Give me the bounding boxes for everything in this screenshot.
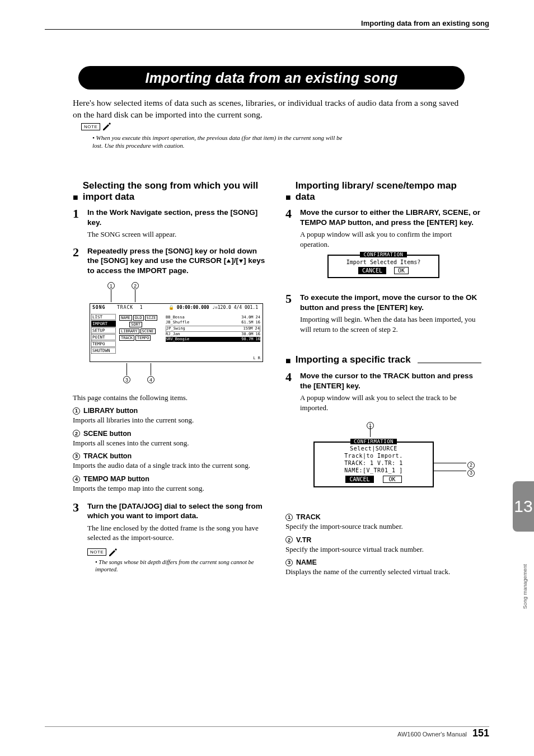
pencil-icon [102,123,111,130]
callout-c3: 3 [467,469,475,477]
subhead-text: Importing library/ scene/tempo map data [296,180,475,202]
subhead-selecting-song: ■ Selecting the song from which you will… [73,180,269,202]
right-column: ■ Importing library/ scene/tempo map dat… [285,180,481,577]
confirm2-line2: Track|to Import. [316,453,432,459]
cursor-up-icon [226,256,231,265]
item2-body-track: Specify the import-source track number. [285,522,481,532]
step-3-body: The line enclosed by the dotted frame is… [87,523,269,543]
shot-tab-tempo: TEMPO [91,341,116,347]
footer: AW1600 Owner's Manual 151 [45,727,489,739]
shot-tab-list: LIST [91,314,116,320]
callout-4: 4 [147,376,154,383]
shot-btn-tempo: TEMPO [135,335,151,341]
cancel-button[interactable]: CANCEL [358,267,386,274]
square-bullet-icon: ■ [285,356,291,365]
step-2-text-b: ]/[ [231,256,238,265]
shot-tab-point: POINT [91,334,116,340]
shot-tab-import: IMPORT [91,321,116,327]
left-column: ■ Selecting the song from which you will… [73,180,269,574]
item-num-3: 3 [73,453,80,460]
confirm2-line3: TRACK: 1 V.TR: 1 [316,460,432,466]
note-text: • When you execute this import operation… [92,134,350,150]
callout-bottom: 3 4 [123,363,263,383]
chapter-number: 13 [514,497,532,516]
shot-btn-library: LIBRARY [119,328,139,334]
item-body-tempo: Imports the tempo map into the current s… [73,483,269,494]
chapter-side-tab: 13 [513,481,534,532]
step-2-bold: Repeatedly press the [SONG] key or hold … [87,246,269,276]
item2-name: 3NAME Displays the name of the currently… [285,558,481,577]
note-text-2: • The songs whose bit depth differs from… [95,558,257,574]
item2-num-3: 3 [285,559,293,566]
cancel-button[interactable]: CANCEL [345,476,373,483]
confirm2-line1: Select|SOURCE [316,445,432,452]
lock-icon: 🔒 00:00:00.000 [168,305,209,310]
screenshot-area: 1 2 SONG TRACK 1 ♩=120.0 4/4 001.1 🔒 00:… [90,282,263,383]
confirm2-header: CONFIRMATION [350,439,397,444]
step-4-bold: Move the cursor to either the LIBRARY, S… [300,208,481,227]
shot-btn-sort: SORT [129,322,142,327]
step-1: 1 In the Work Navigate section, press th… [73,208,269,240]
step-4b-bold: Move the cursor to the TRACK button and … [300,371,481,391]
shot-btn-name: NAME [119,315,132,321]
item2-num-2: 2 [285,536,293,543]
section-title: Importing data from an existing song [145,70,397,86]
ok-button[interactable]: OK [394,267,409,274]
shot-btn-scene: SCENE [140,328,156,334]
subhead-importing-library: ■ Importing library/ scene/tempo map dat… [285,180,481,202]
note-badge-row: NOTE [81,123,111,130]
item-head-scene: SCENE button [83,430,131,438]
square-bullet-icon: ■ [285,193,291,202]
item-head-track: TRACK button [83,452,132,460]
intro-paragraph: Here's how selected items of data such a… [73,97,465,121]
item-scene: 2SCENE button Imports all scenes into th… [73,430,269,448]
shot-tab-setup: SETUP [91,327,116,334]
item2-num-1: 1 [285,514,293,521]
item2-body-vtr: Specify the import-source virtual track … [285,544,481,555]
step-3-bold: Turn the [DATA/JOG] dial to select the s… [87,501,269,521]
shot-song-list: BB_Bossa34.0M 24 JB_Shuffle61.5M 16 JP_S… [166,315,260,341]
confirmation-popup-1: CONFIRMATION Import Selected Items? CANC… [327,255,439,278]
note-badge-row-2: NOTE [87,548,269,556]
callout-3: 3 [123,376,130,383]
after-shot-text: This page contains the following items. [73,393,269,402]
subhead-importing-specific-track: ■ Importing a specific track [285,354,481,365]
cursor-down-icon [238,256,243,265]
footer-page-number: 151 [472,727,489,739]
step-5-bold: To execute the import, move the cursor t… [300,293,481,312]
note-badge: NOTE [81,123,100,130]
shot-tab-shutdown: SHUTDWN [91,348,116,354]
step-number: 4 [285,371,296,412]
confirm-header: CONFIRMATION [360,252,406,257]
item2-body-name: Displays the name of the currently selec… [285,567,481,577]
shot-track-label: TRACK 1 [117,305,143,310]
subhead-text: Importing a specific track [296,354,411,365]
item2-head-vtr: V.TR [296,536,311,544]
step-3: 3 Turn the [DATA/JOG] dial to select the… [73,501,269,543]
running-header: Importing data from an existing song [361,19,489,27]
item-track: 3TRACK button Imports the audio data of … [73,452,269,471]
shot-btn-old: OLD [133,315,144,321]
confirm-message: Import Selected Items? [330,259,437,265]
step-1-bold: In the Work Navigate section, press the … [87,208,269,227]
item-num-4: 4 [73,476,80,483]
item-num-1: 1 [73,407,80,415]
item2-track: 1TRACK Specify the import-source track n… [285,513,481,532]
step-5: 5 To execute the import, move the cursor… [285,293,481,334]
confirm2-with-leaders: 1 CONFIRMATION Select|SOURCE Track|to Im… [285,419,481,497]
step-5-body: Importing will begin. When the data has … [300,314,481,334]
callout-1: 1 [107,282,115,289]
confirm2-line4: NAME:[V_TR01_1 ] [316,467,432,473]
confirmation-popup-2: CONFIRMATION Select|SOURCE Track|to Impo… [313,442,434,487]
chapter-caption: Song management [522,564,528,609]
item-head-library: LIBRARY button [83,407,138,415]
ok-button[interactable]: OK [383,476,402,483]
item2-head-name: NAME [296,558,317,566]
step-number: 1 [73,208,83,240]
song-screen-screenshot: SONG TRACK 1 ♩=120.0 4/4 001.1 🔒 00:00:0… [90,303,263,362]
step-4: 4 Move the cursor to either the LIBRARY,… [285,208,481,249]
callout-top: 1 2 [107,282,263,302]
section-title-pill: Importing data from an existing song [78,66,465,90]
step-1-body: The SONG screen will appear. [87,229,269,240]
item-body-track: Imports the audio data of a single track… [73,461,269,471]
